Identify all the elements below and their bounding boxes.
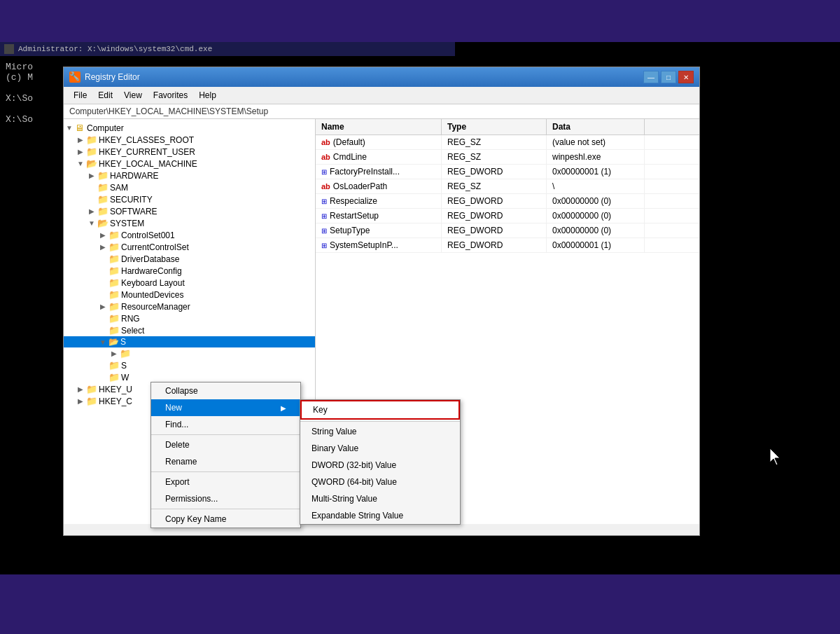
- ctx-permissions[interactable]: Permissions...: [151, 490, 300, 507]
- maximize-button[interactable]: □: [661, 71, 676, 83]
- security-label: SECURITY: [110, 195, 153, 205]
- arrow-security: [86, 195, 97, 203]
- submenu-key[interactable]: Key: [300, 400, 460, 420]
- arrow-hardware: ▶: [86, 172, 97, 179]
- software-label: SOFTWARE: [110, 207, 158, 216]
- arrow-cs001: ▶: [97, 231, 108, 239]
- ctx-collapse[interactable]: Collapse: [151, 383, 300, 399]
- arrow-sam: [86, 184, 97, 191]
- value-row[interactable]: ⊞FactoryPreInstall... REG_DWORD 0x000000…: [316, 165, 699, 179]
- tree-item-mounteddevices[interactable]: 📁 MountedDevices: [64, 289, 315, 301]
- minimize-button[interactable]: —: [643, 71, 659, 83]
- tree-item-system[interactable]: ▼ 📂 SYSTEM: [64, 217, 315, 229]
- folder-icon-hklm: 📂: [86, 158, 97, 169]
- ctx-export[interactable]: Export: [151, 474, 300, 490]
- value-name: ⊞SetupType: [316, 223, 442, 237]
- tree-item-ccs[interactable]: ▶ 📁 CurrentControlSet: [64, 241, 315, 253]
- value-type-icon: ⊞: [321, 198, 327, 205]
- value-row[interactable]: ⊞SetupType REG_DWORD 0x00000000 (0): [316, 223, 699, 238]
- submenu-multi-string[interactable]: Multi-String Value: [300, 490, 460, 507]
- tree-item-sam[interactable]: 📁 SAM: [64, 181, 315, 193]
- arrow-ccs: ▶: [97, 243, 108, 251]
- value-data: 0x00000000 (0): [547, 209, 645, 223]
- value-name: ab(Default): [316, 135, 442, 149]
- folder-icon-w1: 📁: [108, 372, 120, 383]
- folder-icon-security: 📁: [97, 194, 108, 205]
- submenu-binary-value[interactable]: Binary Value: [300, 440, 460, 457]
- tree-item-setup-sub1[interactable]: ▶ 📁: [64, 347, 315, 359]
- computer-label: Computer: [87, 123, 124, 133]
- tree-item-hklm[interactable]: ▼ 📂 HKEY_LOCAL_MACHINE: [64, 158, 315, 170]
- ctx-rename[interactable]: Rename: [151, 453, 300, 470]
- tree-item-hkcr[interactable]: ▶ 📁 HKEY_CLASSES_ROOT: [64, 134, 315, 146]
- menu-file[interactable]: File: [68, 89, 92, 102]
- submenu-sep: [300, 421, 460, 422]
- menu-view[interactable]: View: [118, 89, 148, 102]
- folder-icon-rng: 📁: [108, 313, 120, 324]
- value-type-icon: ab: [321, 138, 330, 146]
- tree-item-hkcu[interactable]: ▶ 📁 HKEY_CURRENT_USER: [64, 146, 315, 158]
- value-row[interactable]: abOsLoaderPath REG_SZ \: [316, 179, 699, 194]
- tree-item-resourcemgr[interactable]: ▶ 📁 ResourceManager: [64, 301, 315, 312]
- tree-item-software[interactable]: ▶ 📁 SOFTWARE: [64, 205, 315, 217]
- tree-item-computer[interactable]: ▼ 🖥 Computer: [64, 122, 315, 134]
- value-row[interactable]: abCmdLine REG_SZ winpeshl.exe: [316, 150, 699, 165]
- value-type-icon: ab: [321, 182, 330, 191]
- ctx-copy-key-name[interactable]: Copy Key Name: [151, 511, 300, 528]
- ctx-delete[interactable]: Delete: [151, 436, 300, 453]
- arrow-mounteddevices: [97, 291, 108, 298]
- tree-item-driverdb[interactable]: 📁 DriverDatabase: [64, 253, 315, 265]
- tree-item-hardware[interactable]: ▶ 📁 HARDWARE: [64, 170, 315, 181]
- close-button[interactable]: ✕: [678, 71, 694, 83]
- hardware-label: HARDWARE: [110, 171, 159, 181]
- value-row[interactable]: ⊞Respecialize REG_DWORD 0x00000000 (0): [316, 194, 699, 209]
- value-row[interactable]: ab(Default) REG_SZ (value not set): [316, 135, 699, 150]
- folder-icon-hku: 📁: [86, 384, 97, 394]
- tree-item-select[interactable]: 📁 Select: [64, 324, 315, 336]
- submenu-qword-value[interactable]: QWORD (64-bit) Value: [300, 474, 460, 490]
- menu-edit[interactable]: Edit: [92, 89, 118, 102]
- arrow-system: ▼: [86, 219, 97, 227]
- value-data: 0x00000001 (1): [547, 238, 645, 252]
- submenu-string-value[interactable]: String Value: [300, 423, 460, 440]
- menu-bar: File Edit View Favorites Help: [64, 87, 699, 104]
- folder-icon-hkc2: 📁: [86, 396, 97, 406]
- tree-item-setup[interactable]: ▼ 📂 S: [64, 336, 315, 347]
- cmd-titlebar: Administrator: X:\windows\system32\cmd.e…: [0, 42, 455, 56]
- tree-item-controlset001[interactable]: ▶ 📁 ControlSet001: [64, 229, 315, 241]
- mounteddevices-label: MountedDevices: [121, 290, 183, 300]
- submenu-expandable-string[interactable]: Expandable String Value: [300, 507, 460, 524]
- arrow-software: ▶: [86, 207, 97, 215]
- folder-icon-resourcemgr: 📁: [108, 301, 120, 312]
- value-name: abOsLoaderPath: [316, 179, 442, 193]
- ctx-find[interactable]: Find...: [151, 416, 300, 433]
- col-type: Type: [442, 119, 547, 135]
- tree-item-s1[interactable]: 📁 S: [64, 359, 315, 371]
- menu-help[interactable]: Help: [193, 89, 222, 102]
- tree-item-security[interactable]: 📁 SECURITY: [64, 193, 315, 205]
- driverdb-label: DriverDatabase: [121, 254, 179, 264]
- value-row[interactable]: ⊞SystemSetupInP... REG_DWORD 0x00000001 …: [316, 238, 699, 253]
- title-buttons: — □ ✕: [643, 71, 694, 83]
- tree-item-rng[interactable]: 📁 RNG: [64, 312, 315, 324]
- value-data: winpeshl.exe: [547, 150, 645, 164]
- tree-item-hwconfig[interactable]: 📁 HardwareConfig: [64, 265, 315, 277]
- value-type: REG_DWORD: [442, 209, 547, 223]
- submenu-dword-value[interactable]: DWORD (32-bit) Value: [300, 457, 460, 474]
- arrow-hkcu: ▶: [75, 148, 86, 156]
- value-name: ⊞FactoryPreInstall...: [316, 165, 442, 179]
- tree-item-kblayout[interactable]: 📁 Keyboard Layout: [64, 277, 315, 289]
- menu-favorites[interactable]: Favorites: [148, 89, 193, 102]
- folder-icon-hardware: 📁: [97, 170, 108, 181]
- resourcemgr-label: ResourceManager: [121, 302, 190, 312]
- folder-icon-hkcu: 📁: [86, 146, 97, 157]
- system-label: SYSTEM: [110, 219, 144, 228]
- value-type: REG_SZ: [442, 135, 547, 149]
- regedit-title-left: 🔧 Registry Editor: [69, 71, 140, 83]
- value-row[interactable]: ⊞RestartSetup REG_DWORD 0x00000000 (0): [316, 209, 699, 223]
- arrow-hkcr: ▶: [75, 136, 86, 144]
- hku-label: HKEY_U: [99, 385, 132, 394]
- arrow-driverdb: [97, 255, 108, 263]
- w1-label: W: [121, 373, 129, 383]
- ctx-new[interactable]: New ▶: [151, 399, 300, 416]
